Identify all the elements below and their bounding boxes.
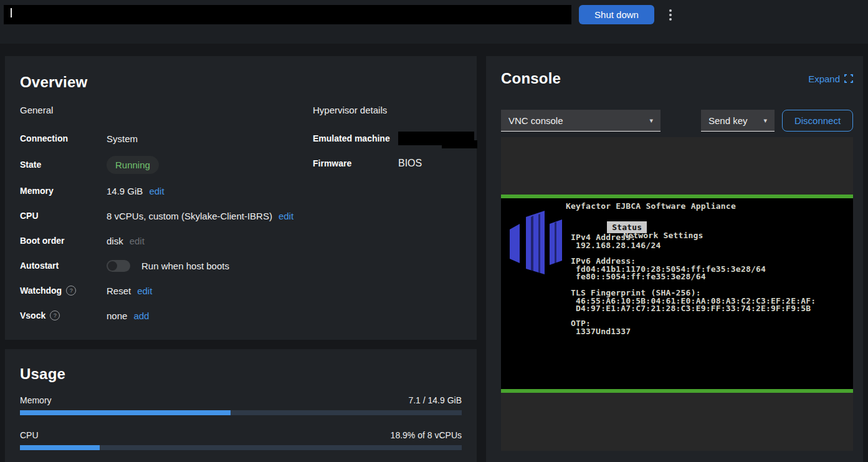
memory-progress-bar [20, 410, 462, 415]
firmware-value: BIOS [398, 158, 422, 169]
memory-usage-block: Memory 7.1 / 14.9 GiB [20, 395, 462, 415]
autostart-toggle-label: Run when host boots [141, 261, 229, 271]
memory-value: 14.9 GiB [107, 186, 143, 196]
expand-icon [844, 74, 853, 83]
kebab-icon [669, 9, 672, 21]
row-memory: Memory 14.9 GiB edit [20, 178, 313, 203]
autostart-label: Autostart [20, 261, 107, 271]
row-firmware: Firmware BIOS [313, 151, 474, 176]
tui-otp-value: 1337Und1337 [576, 327, 631, 335]
overview-card: Overview General Connection System State… [5, 56, 477, 340]
boot-order-value: disk [107, 236, 123, 246]
emulated-machine-label: Emulated machine [313, 133, 398, 143]
vnc-letterbox-top [501, 137, 853, 195]
general-heading: General [20, 105, 313, 126]
cpu-progress-fill [20, 445, 100, 450]
row-connection: Connection System [20, 126, 313, 151]
tui-ipv6-line2: fe80::5054:ff:fe35:3e28/64 [576, 272, 706, 281]
redacted-vm-name [4, 5, 571, 24]
tui-title: Keyfactor EJBCA Software Appliance [566, 202, 736, 210]
hypervisor-heading: Hypervisor details [313, 105, 474, 126]
connection-value: System [107, 133, 138, 144]
console-type-value: VNC console [508, 115, 563, 126]
kebab-menu-button[interactable] [662, 5, 679, 24]
expand-link[interactable]: Expand [808, 74, 853, 84]
boot-order-label: Boot order [20, 236, 107, 246]
vsock-add-link[interactable]: add [133, 310, 149, 321]
memory-progress-fill [20, 410, 231, 415]
row-emulated-machine: Emulated machine [313, 126, 474, 151]
keyfactor-logo [506, 207, 565, 279]
toggle-knob [108, 261, 117, 271]
tui-tls-line2: D4:97:E1:A7:C7:21:28:C3:E9:FF:33:74:2E:9… [576, 304, 811, 312]
row-vsock: Vsock ? none add [20, 303, 313, 328]
cpu-label: CPU [20, 211, 107, 221]
row-autostart: Autostart Run when host boots [20, 253, 313, 278]
firmware-label: Firmware [313, 158, 398, 168]
row-state: State Running [20, 151, 313, 178]
expand-label: Expand [808, 74, 840, 84]
console-type-select[interactable]: VNC console ▾ [501, 110, 661, 132]
autostart-toggle[interactable] [107, 260, 130, 272]
cpu-usage-block: CPU 18.9% of 8 vCPUs [20, 430, 462, 450]
send-key-dropdown[interactable]: Send key ▾ [701, 110, 775, 132]
cpu-edit-link[interactable]: edit [279, 211, 293, 221]
shutdown-button[interactable]: Shut down [579, 5, 654, 24]
overview-title: Overview [20, 74, 462, 91]
vsock-value: none [107, 310, 127, 321]
usage-memory-value: 7.1 / 14.9 GiB [408, 395, 462, 405]
send-key-label: Send key [708, 115, 748, 126]
watchdog-edit-link[interactable]: edit [137, 286, 152, 296]
boot-order-edit-link[interactable]: edit [130, 236, 145, 246]
usage-title: Usage [20, 365, 462, 383]
help-icon[interactable]: ? [50, 310, 60, 320]
help-icon[interactable]: ? [66, 286, 76, 296]
tui-screen: Keyfactor EJBCA Software Appliance Statu… [501, 198, 853, 389]
connection-label: Connection [20, 133, 107, 143]
console-card: Console Expand VNC console ▾ Send key ▾ … [486, 56, 863, 462]
redacted-emulated-machine-value [398, 132, 474, 145]
state-badge: Running [107, 156, 159, 174]
usage-card: Usage Memory 7.1 / 14.9 GiB CPU 18.9% of… [5, 349, 477, 462]
watchdog-label: Watchdog [20, 286, 62, 296]
usage-memory-label: Memory [20, 395, 52, 405]
watchdog-value: Reset [107, 286, 131, 296]
overview-general-column: General Connection System State Running … [20, 105, 313, 328]
overview-hypervisor-column: Hypervisor details Emulated machine Firm… [313, 105, 474, 328]
vnc-letterbox-bottom [501, 393, 853, 451]
tui-ipv4-value: 192.168.28.146/24 [576, 241, 661, 249]
row-cpu: CPU 8 vCPUs, custom (Skylake-Client-IBRS… [20, 203, 313, 228]
memory-label: Memory [20, 186, 107, 196]
top-bar: Shut down [0, 0, 868, 44]
cpu-value: 8 vCPUs, custom (Skylake-Client-IBRS) [107, 211, 272, 221]
caret-down-icon: ▾ [649, 117, 653, 125]
usage-cpu-label: CPU [20, 430, 39, 440]
cpu-progress-bar [20, 445, 462, 450]
vsock-label: Vsock [20, 310, 45, 320]
row-watchdog: Watchdog ? Reset edit [20, 278, 313, 303]
text-cursor [11, 8, 12, 17]
vnc-display[interactable]: Keyfactor EJBCA Software Appliance Statu… [501, 137, 853, 451]
memory-edit-link[interactable]: edit [149, 186, 164, 196]
console-title: Console [501, 70, 561, 87]
state-label: State [20, 160, 107, 170]
caret-down-icon: ▾ [763, 117, 767, 125]
disconnect-button[interactable]: Disconnect [782, 110, 853, 132]
usage-cpu-value: 18.9% of 8 vCPUs [391, 430, 462, 440]
row-boot-order: Boot order disk edit [20, 228, 313, 253]
